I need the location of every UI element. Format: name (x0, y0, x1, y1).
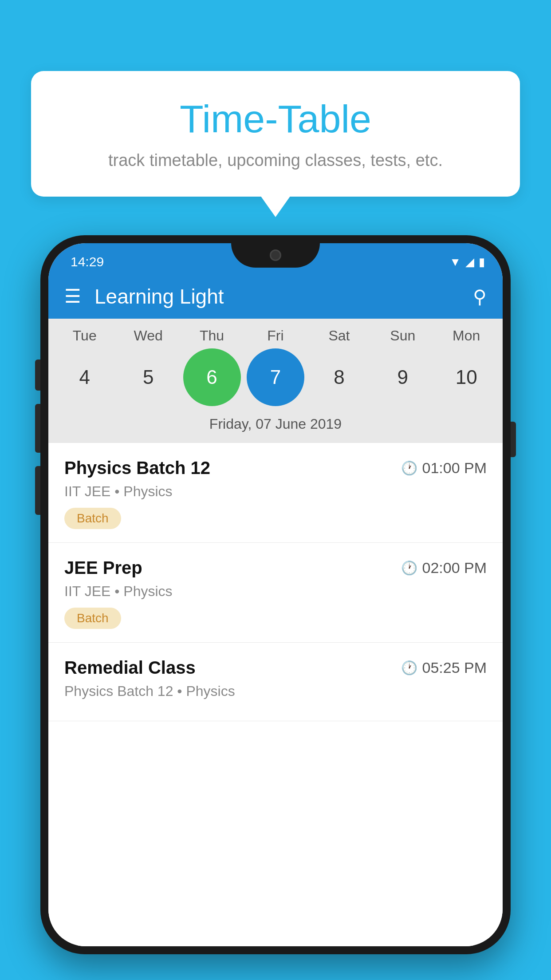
schedule-item-1-time: 🕐 01:00 PM (401, 459, 487, 477)
calendar-strip: Tue Wed Thu Fri Sat Sun Mon 4 5 6 7 8 (48, 319, 503, 443)
schedule-item-3-sub: Physics Batch 12 • Physics (64, 683, 487, 699)
schedule-item-2[interactable]: JEE Prep 🕐 02:00 PM IIT JEE • Physics Ba… (48, 543, 503, 643)
day-numbers: 4 5 6 7 8 9 10 (53, 348, 498, 406)
status-time: 14:29 (66, 248, 104, 269)
schedule-item-3-time: 🕐 05:25 PM (401, 659, 487, 676)
day-label-tue: Tue (56, 328, 114, 344)
schedule-item-2-time-text: 02:00 PM (422, 559, 487, 577)
day-label-thu: Thu (183, 328, 241, 344)
day-9[interactable]: 9 (374, 348, 432, 406)
day-8[interactable]: 8 (310, 348, 368, 406)
status-icons: ▼ ◢ ▮ (449, 249, 485, 269)
schedule-item-3[interactable]: Remedial Class 🕐 05:25 PM Physics Batch … (48, 643, 503, 721)
wifi-icon: ▼ (449, 255, 461, 269)
schedule-item-1-header: Physics Batch 12 🕐 01:00 PM (64, 458, 487, 478)
front-camera (270, 249, 281, 261)
phone-notch (231, 243, 320, 268)
day-label-fri: Fri (247, 328, 304, 344)
schedule-item-3-header: Remedial Class 🕐 05:25 PM (64, 658, 487, 678)
schedule-item-1[interactable]: Physics Batch 12 🕐 01:00 PM IIT JEE • Ph… (48, 443, 503, 543)
signal-icon: ◢ (465, 255, 474, 269)
schedule-item-1-sub: IIT JEE • Physics (64, 483, 487, 500)
schedule-item-2-sub: IIT JEE • Physics (64, 583, 487, 600)
day-labels: Tue Wed Thu Fri Sat Sun Mon (53, 328, 498, 344)
search-icon[interactable]: ⚲ (473, 286, 487, 308)
phone-mockup: 14:29 ▼ ◢ ▮ ☰ Learning Light ⚲ Tu (40, 235, 511, 954)
volume-down-button (35, 404, 40, 453)
phone-content: 14:29 ▼ ◢ ▮ ☰ Learning Light ⚲ Tu (48, 243, 503, 946)
clock-icon-3: 🕐 (401, 660, 417, 676)
schedule-item-1-title: Physics Batch 12 (64, 458, 210, 478)
schedule-item-3-time-text: 05:25 PM (422, 659, 487, 676)
hamburger-icon[interactable]: ☰ (64, 287, 81, 306)
day-label-wed: Wed (119, 328, 177, 344)
schedule-item-3-title: Remedial Class (64, 658, 196, 678)
bubble-subtitle: track timetable, upcoming classes, tests… (53, 149, 498, 172)
schedule-item-2-time: 🕐 02:00 PM (401, 559, 487, 577)
day-5[interactable]: 5 (119, 348, 177, 406)
phone-screen: 14:29 ▼ ◢ ▮ ☰ Learning Light ⚲ Tu (48, 243, 503, 946)
speech-bubble: Time-Table track timetable, upcoming cla… (31, 71, 520, 197)
schedule-item-2-header: JEE Prep 🕐 02:00 PM (64, 558, 487, 578)
day-6-today[interactable]: 6 (183, 348, 241, 406)
day-label-sun: Sun (374, 328, 432, 344)
date-display: Friday, 07 June 2019 (53, 412, 498, 439)
silent-button (35, 466, 40, 515)
app-title: Learning Light (94, 285, 473, 308)
day-7-selected[interactable]: 7 (247, 348, 304, 406)
schedule-item-2-title: JEE Prep (64, 558, 142, 578)
battery-icon: ▮ (479, 255, 485, 269)
day-label-sat: Sat (310, 328, 368, 344)
clock-icon-2: 🕐 (401, 560, 417, 576)
phone-outer: 14:29 ▼ ◢ ▮ ☰ Learning Light ⚲ Tu (40, 235, 511, 954)
day-label-mon: Mon (437, 328, 495, 344)
day-10[interactable]: 10 (437, 348, 495, 406)
schedule-item-1-time-text: 01:00 PM (422, 459, 487, 477)
power-button (511, 422, 516, 457)
schedule-item-1-badge: Batch (64, 508, 121, 529)
volume-up-button (35, 360, 40, 391)
clock-icon-1: 🕐 (401, 460, 417, 476)
bubble-title: Time-Table (53, 98, 498, 141)
intro-card: Time-Table track timetable, upcoming cla… (31, 71, 520, 197)
app-bar: ☰ Learning Light ⚲ (48, 274, 503, 319)
day-4[interactable]: 4 (56, 348, 114, 406)
schedule-item-2-badge: Batch (64, 608, 121, 629)
schedule-list: Physics Batch 12 🕐 01:00 PM IIT JEE • Ph… (48, 443, 503, 946)
